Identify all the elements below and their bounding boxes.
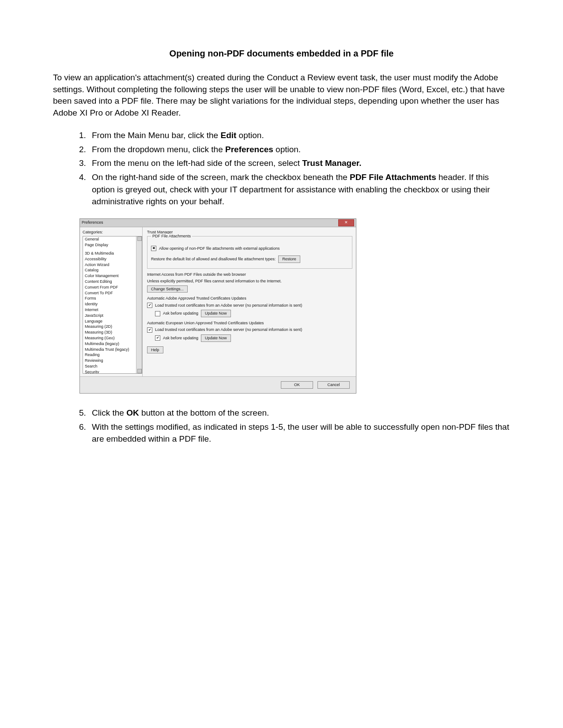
list-item[interactable]: Measuring (Geo) [83,335,142,341]
checkbox-load-adobe[interactable]: ✔ [147,303,152,308]
cancel-button[interactable]: Cancel [317,381,350,389]
list-item[interactable]: Color Management [83,273,142,279]
step-text: option. [273,145,301,154]
checkbox-ask-adobe[interactable] [155,311,160,316]
restore-button[interactable]: Restore [278,255,300,263]
step-text: From the Main Menu bar, click the [92,131,220,140]
step-text: button at the bottom of the screen. [139,408,269,417]
dialog-title: Preferences [82,220,103,225]
list-item[interactable]: Reviewing [83,358,142,364]
ok-button[interactable]: OK [281,381,313,389]
step-4: On the right-hand side of the screen, ma… [88,171,510,208]
steps-list-2: Click the OK button at the bottom of the… [53,407,510,445]
group-pdf-attachments: PDF File Attachments ✖ Allow opening of … [147,236,352,269]
step-text: On the right-hand side of the screen, ma… [92,173,350,182]
group-adobe-cert-heading: Automatic Adobe Approved Trusted Certifi… [147,296,352,301]
list-item[interactable]: 3D & Multimedia [83,251,142,256]
group-legend: PDF File Attachments [151,234,192,239]
list-item[interactable]: Security [83,369,142,374]
group-internet-heading: Internet Access from PDF Files outside t… [147,272,352,277]
page-title: Opening non-PDF documents embedded in a … [53,49,510,59]
update-now-button[interactable]: Update Now [201,334,231,342]
list-item[interactable]: Convert To PDF [83,290,142,296]
step-keyword: OK [126,408,139,417]
list-item[interactable]: Content Editing [83,279,142,285]
list-item[interactable]: Accessibility [83,256,142,262]
list-item[interactable]: Forms [83,296,142,301]
list-item[interactable]: Page Display [83,242,142,248]
help-button[interactable]: Help [147,346,163,354]
step-keyword: Preferences [225,145,273,154]
step-text: Click the [92,408,126,417]
step-6: With the settings modified, as indicated… [88,421,510,445]
step-3: From the menu on the left-had side of th… [88,157,510,169]
checkbox-ask-eu[interactable]: ✔ [155,335,160,341]
checkbox-label: Allow opening of non-PDF file attachment… [159,246,280,251]
checkbox-label: Ask before updating [163,336,198,341]
list-item[interactable]: JavaScript [83,313,142,319]
group-eu-cert-heading: Automatic European Union Approved Truste… [147,321,352,326]
preferences-dialog: Preferences ✕ Categories: General Page D… [79,218,356,394]
step-text: From the dropdown menu, click the [92,145,225,154]
checkbox-label: Load trusted root certificates from an A… [155,303,302,308]
list-item[interactable]: Identity [83,301,142,307]
list-item[interactable]: General [83,236,142,242]
list-item[interactable]: Search [83,364,142,369]
checkbox-label: Ask before updating [163,311,198,316]
checkbox-label: Load trusted root certificates from an A… [155,327,302,332]
list-item[interactable]: Reading [83,352,142,358]
step-text: option. [236,131,264,140]
step-5: Click the OK button at the bottom of the… [88,407,510,419]
list-item[interactable]: Action Wizard [83,262,142,268]
list-item[interactable]: Catalog [83,267,142,273]
scrollbar[interactable] [136,236,142,373]
categories-label: Categories: [83,230,142,235]
step-keyword: Edit [220,131,236,140]
step-1: From the Main Menu bar, click the Edit o… [88,129,510,142]
step-2: From the dropdown menu, click the Prefer… [88,143,510,156]
list-item[interactable]: Multimedia (legacy) [83,341,142,347]
steps-list: From the Main Menu bar, click the Edit o… [53,129,510,207]
update-now-button[interactable]: Update Now [201,310,231,317]
change-settings-button[interactable]: Change Settings... [147,285,188,293]
checkbox-load-eu[interactable]: ✔ [147,327,152,333]
dialog-footer: OK Cancel [80,376,356,393]
restore-text: Restore the default list of allowed and … [151,257,276,262]
close-icon[interactable]: ✕ [338,219,354,226]
step-keyword: Trust Manager. [302,158,361,168]
group-internet-text: Unless explicitly permitted, PDF files c… [147,279,282,284]
list-item[interactable]: Internet [83,307,142,313]
list-item[interactable]: Measuring (3D) [83,330,142,335]
step-keyword: PDF File Attachments [350,173,436,182]
step-text: From the menu on the left-had side of th… [92,158,302,168]
list-item[interactable]: Multimedia Trust (legacy) [83,347,142,353]
list-item[interactable]: Convert From PDF [83,285,142,290]
intro-paragraph: To view an application's attachment(s) c… [53,72,510,119]
categories-listbox[interactable]: General Page Display 3D & Multimedia Acc… [83,236,142,374]
list-item[interactable]: Language [83,319,142,324]
checkbox-allow-open[interactable]: ✖ [151,246,156,251]
list-item[interactable]: Measuring (2D) [83,324,142,330]
dialog-titlebar: Preferences ✕ [80,219,356,227]
